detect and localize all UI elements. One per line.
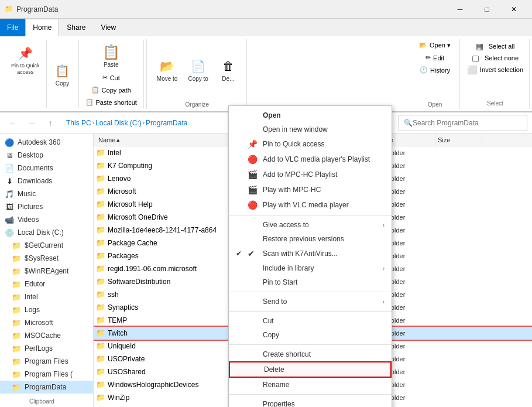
select-group: ▦ Select all ▢ Select none ⬜ Invert sele…: [461, 39, 530, 109]
context-menu-item-give-access-to[interactable]: Give access to ›: [229, 218, 392, 232]
pin-to-quick-access-button[interactable]: 📌 Pin to Quickaccess: [7, 41, 44, 78]
open-label: Open: [428, 99, 442, 108]
file-icon: 📁: [96, 277, 105, 286]
context-menu-item-restore-previous-versions[interactable]: Restore previous versions: [229, 232, 392, 246]
context-menu-item-copy[interactable]: Copy: [229, 328, 392, 342]
ctx-item-label: Open in new window: [263, 125, 385, 134]
ctx-item-label: Create shortcut: [263, 350, 385, 358]
sidebar-item-downloads[interactable]: ⬇ Downloads: [0, 175, 93, 187]
sidebar-item-desktop[interactable]: 🖥 Desktop: [0, 149, 93, 162]
up-button[interactable]: ↑: [42, 115, 59, 131]
copy-path-button[interactable]: 📋 Copy path: [87, 84, 135, 95]
sidebar-item-documents[interactable]: 📄 Documents: [0, 162, 93, 175]
open-button[interactable]: 📂 Open ▾: [415, 40, 455, 51]
col-size[interactable]: Size: [435, 134, 482, 146]
cut-button[interactable]: ✂ Cut: [98, 72, 124, 83]
search-box: 🔍: [399, 115, 527, 131]
select-all-button[interactable]: ▦ Select all: [475, 41, 516, 52]
context-menu-item-delete[interactable]: Delete: [229, 361, 392, 378]
file-name-text: WindowsHolographicDevices: [108, 381, 198, 389]
folder-microsoft-icon: 📁: [12, 318, 21, 327]
context-menu-item-play-with-mpc-hc[interactable]: 🎬 Play with MPC-HC: [229, 182, 392, 197]
edit-button[interactable]: ✏ Edit: [421, 52, 448, 63]
file-name-text: Microsoft Help: [108, 200, 153, 208]
sidebar-item-winreagent[interactable]: 📁 $WinREAgent: [0, 265, 93, 278]
context-menu-separator: [229, 292, 392, 292]
context-menu-item-scan-with-k7antivirus...[interactable]: ✔ ✔ Scan with K7AntiVirus...: [229, 246, 392, 261]
title-bar-buttons: ─ □ ✕: [447, 0, 527, 19]
file-name-text: Microsoft OneDrive: [108, 213, 168, 221]
search-input[interactable]: [413, 119, 522, 127]
ctx-check-icon: ✔: [236, 249, 248, 258]
history-button[interactable]: 🕐 History: [416, 64, 454, 76]
tab-file[interactable]: File: [0, 19, 25, 36]
sidebar-item-sysreset[interactable]: 📁 $SysReset: [0, 252, 93, 265]
sidebar-item-autodesk[interactable]: 🔵 Autodesk 360: [0, 136, 93, 149]
organize-group: 📂 Move to 📄 Copy to 🗑 De... Organize: [148, 39, 247, 109]
sidebar-item-videos[interactable]: 📹 Videos: [0, 213, 93, 226]
file-name-text: WinZip: [108, 394, 129, 402]
ctx-arrow-icon: ›: [383, 299, 385, 305]
close-button[interactable]: ✕: [500, 0, 527, 19]
paste-shortcut-button[interactable]: 📋 Paste shortcut: [81, 97, 141, 108]
context-menu-item-play-with-vlc-media-player[interactable]: 🔴 Play with VLC media player: [229, 197, 392, 213]
sidebar-item-programfilesx86[interactable]: 📁 Program Files (: [0, 368, 93, 381]
context-menu-item-create-shortcut[interactable]: Create shortcut: [229, 347, 392, 361]
sidebar-item-pictures[interactable]: 🖼 Pictures: [0, 200, 93, 213]
ctx-item-label: Rename: [263, 381, 385, 389]
move-to-button[interactable]: 📂 Move to: [153, 54, 182, 85]
file-name-text: Packages: [108, 252, 139, 260]
tab-view[interactable]: View: [93, 19, 123, 36]
sidebar-item-music[interactable]: 🎵 Music: [0, 187, 93, 200]
delete-button[interactable]: 🗑 De...: [215, 54, 242, 85]
sidebar-item-microsoft[interactable]: 📁 Microsoft: [0, 316, 93, 329]
file-icon: 📁: [96, 238, 105, 248]
context-menu-item-open[interactable]: Open: [229, 108, 392, 122]
context-menu-item-add-to-vlc-media-player's-playlist[interactable]: 🔴 Add to VLC media player's Playlist: [229, 152, 392, 167]
context-menu-item-open-in-new-window[interactable]: Open in new window: [229, 122, 392, 136]
sidebar-item-edutor[interactable]: 📁 Edutor: [0, 278, 93, 290]
sidebar-item-localdisk[interactable]: 💿 Local Disk (C:): [0, 226, 93, 239]
context-menu-item-pin-to-start[interactable]: Pin to Start: [229, 275, 392, 289]
context-menu-item-send-to[interactable]: Send to ›: [229, 295, 392, 309]
file-name-text: Mozilla-1de4eec8-1241-4177-a864: [108, 226, 217, 234]
sidebar-item-programdata[interactable]: 📁 ProgramData: [0, 381, 93, 394]
organize-label: Organize: [186, 99, 210, 108]
back-button[interactable]: ←: [5, 115, 21, 131]
sidebar-item-getcurrent[interactable]: 📁 $GetCurrent: [0, 239, 93, 252]
sidebar-item-msocache[interactable]: 📁 MSOCache: [0, 329, 93, 342]
context-menu-item-include-in-library[interactable]: Include in library ›: [229, 261, 392, 275]
minimize-button[interactable]: ─: [447, 0, 473, 19]
sidebar-item-programfiles[interactable]: 📁 Program Files: [0, 355, 93, 368]
folder-sysreset-icon: 📁: [12, 254, 21, 263]
file-icon: 📁: [96, 251, 105, 261]
maximize-button[interactable]: □: [473, 0, 500, 19]
sidebar-item-logs[interactable]: 📁 Logs: [0, 303, 93, 316]
invert-selection-button[interactable]: ⬜ Invert selection: [466, 64, 524, 75]
file-name-text: Intel: [108, 149, 121, 157]
paste-button[interactable]: 📋 Paste: [98, 40, 125, 71]
context-menu-item-add-to-mpc-hc-playlist[interactable]: 🎬 Add to MPC-HC Playlist: [229, 167, 392, 182]
select-none-button[interactable]: ▢ Select none: [471, 53, 520, 63]
copy-to-button[interactable]: 📄 Copy to: [184, 54, 212, 85]
music-icon: 🎵: [5, 189, 14, 199]
sidebar-item-perflogs[interactable]: 📁 PerfLogs: [0, 342, 93, 355]
file-name-text: Microsoft: [108, 187, 136, 196]
sidebar-item-intel[interactable]: 📁 Intel: [0, 290, 93, 303]
forward-button[interactable]: →: [23, 115, 40, 131]
context-menu: Open Open in new window 📌 Pin to Quick a…: [228, 105, 392, 407]
context-menu-item-pin-to-quick-access[interactable]: 📌 Pin to Quick access: [229, 136, 392, 152]
ctx-item-label: Properties: [263, 400, 385, 407]
paste-shortcut-icon: 📋: [85, 98, 94, 106]
tab-home[interactable]: Home: [25, 19, 59, 36]
copy-button[interactable]: 📋 Copy: [49, 59, 76, 90]
ctx-item-icon: 📌: [248, 139, 259, 149]
file-name-text: Package Cache: [108, 239, 157, 247]
context-menu-item-rename[interactable]: Rename: [229, 378, 392, 392]
copy-to-icon: 📄: [189, 57, 208, 76]
context-menu-item-cut[interactable]: Cut: [229, 314, 392, 328]
context-menu-item-properties[interactable]: Properties: [229, 397, 392, 407]
folder-winreagent-icon: 📁: [12, 266, 21, 276]
tab-share[interactable]: Share: [59, 19, 93, 36]
ctx-item-label: Send to: [263, 297, 383, 306]
